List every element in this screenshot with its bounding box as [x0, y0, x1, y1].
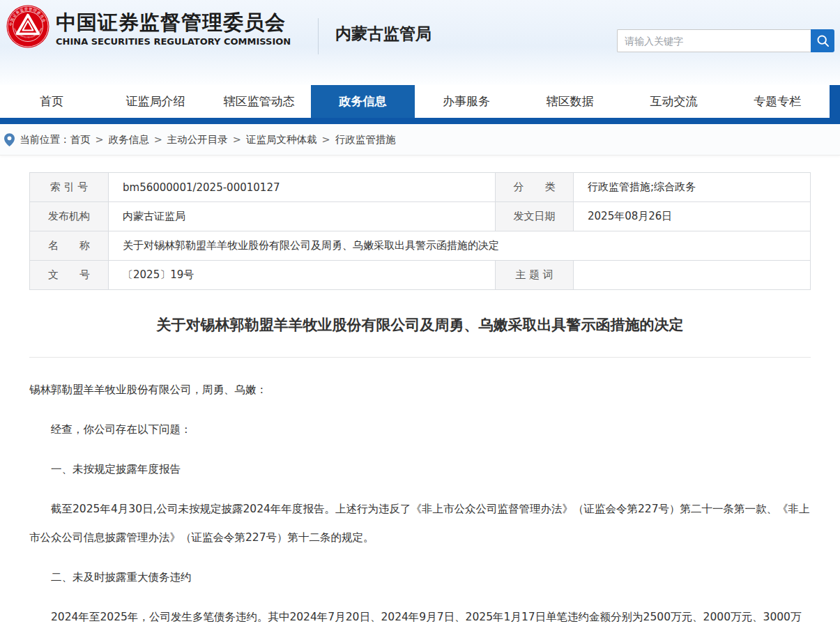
meta-label-docno: 文 号: [30, 261, 109, 290]
meta-label-name: 名 称: [30, 231, 109, 261]
article-paragraph: 一、未按规定披露年度报告: [29, 455, 811, 484]
meta-value-docno: 〔2025〕19号: [109, 261, 496, 290]
breadcrumb-separator: >: [233, 134, 241, 145]
breadcrumb-item-open-directory[interactable]: 主动公开目录: [167, 133, 228, 146]
meta-label-date: 发文日期: [496, 202, 574, 231]
title-divider: [29, 357, 811, 358]
location-pin-icon: [4, 133, 15, 146]
breadcrumb-item-doc-genre[interactable]: 证监局文种体裁: [246, 133, 317, 146]
article-paragraph: 2024年至2025年，公司发生多笔债务违约。其中2024年7月20日、2024…: [29, 603, 811, 632]
breadcrumb-item-admin-measures[interactable]: 行政监管措施: [335, 133, 396, 146]
meta-value-date: 2025年08月26日: [574, 202, 811, 231]
nav-item-home[interactable]: 首页: [0, 85, 104, 118]
search-icon: [816, 34, 830, 47]
main-nav: 首页 证监局介绍 辖区监管动态 政务信息 办事服务 辖区数据 互动交流 专题专栏: [0, 85, 840, 118]
table-row: 索 引 号 bm56000001/2025-00010127 分 类 行政监管措…: [30, 173, 811, 202]
main-content: 索 引 号 bm56000001/2025-00010127 分 类 行政监管措…: [0, 155, 840, 632]
nav-item-interaction[interactable]: 互动交流: [622, 85, 726, 118]
header-divider: [318, 18, 319, 54]
article-paragraph: 二、未及时披露重大债务违约: [29, 563, 811, 592]
meta-label-category: 分 类: [496, 173, 574, 202]
breadcrumb-separator: >: [321, 134, 330, 145]
meta-value-category: 行政监管措施;综合政务: [574, 173, 811, 202]
org-name-cn: 中国证券监督管理委员会: [56, 11, 291, 34]
meta-label-issuer: 发布机构: [30, 202, 109, 231]
nav-item-regional-regulation[interactable]: 辖区监管动态: [207, 85, 311, 118]
csrc-seal-icon: 中国证券监督管理委员会 CHINA SECURITIES REGULATORY …: [6, 4, 50, 49]
meta-value-index: bm56000001/2025-00010127: [109, 173, 496, 202]
org-title-block: 中国证券监督管理委员会 CHINA SECURITIES REGULATORY …: [56, 11, 291, 47]
csrc-seal-logo[interactable]: 中国证券监督管理委员会 CHINA SECURITIES REGULATORY …: [6, 4, 50, 49]
article-paragraph: 经查，你公司存在以下问题：: [29, 416, 811, 444]
nav-item-bureau-intro[interactable]: 证监局介绍: [104, 85, 208, 118]
breadcrumb: 当前位置： 首页 > 政务信息 > 主动公开目录 > 证监局文种体裁 > 行政监…: [0, 124, 840, 155]
search-button[interactable]: [811, 29, 834, 52]
site-search: [617, 29, 834, 52]
meta-value-issuer: 内蒙古证监局: [109, 202, 496, 231]
meta-label-index: 索 引 号: [30, 173, 109, 202]
nav-item-government-info[interactable]: 政务信息: [311, 85, 415, 118]
meta-value-name: 关于对锡林郭勒盟羊羊牧业股份有限公司及周勇、乌嫩采取出具警示函措施的决定: [109, 231, 811, 261]
nav-filler: [830, 85, 840, 118]
org-name-en: CHINA SECURITIES REGULATORY COMMISSION: [56, 36, 291, 47]
table-row: 发布机构 内蒙古证监局 发文日期 2025年08月26日: [30, 202, 811, 231]
breadcrumb-item-home[interactable]: 首页: [70, 133, 91, 146]
bureau-name: 内蒙古监管局: [335, 23, 432, 45]
table-row: 名 称 关于对锡林郭勒盟羊羊牧业股份有限公司及周勇、乌嫩采取出具警示函措施的决定: [30, 231, 811, 261]
meta-value-subject: [574, 261, 811, 290]
nav-underline-bar: [0, 118, 840, 124]
article-body: 锡林郭勒盟羊羊牧业股份有限公司，周勇、乌嫩： 经查，你公司存在以下问题： 一、未…: [29, 376, 811, 632]
nav-item-special-topics[interactable]: 专题专栏: [726, 85, 830, 118]
document-meta-table: 索 引 号 bm56000001/2025-00010127 分 类 行政监管措…: [29, 172, 811, 290]
search-input[interactable]: [617, 29, 811, 52]
page-title: 关于对锡林郭勒盟羊羊牧业股份有限公司及周勇、乌嫩采取出具警示函措施的决定: [29, 315, 811, 335]
breadcrumb-separator: >: [96, 134, 104, 145]
nav-item-regional-data[interactable]: 辖区数据: [518, 85, 622, 118]
article-paragraph: 锡林郭勒盟羊羊牧业股份有限公司，周勇、乌嫩：: [29, 376, 811, 404]
meta-label-subject: 主 题 词: [496, 261, 574, 290]
breadcrumb-prefix: 当前位置：: [20, 133, 70, 146]
breadcrumb-item-government-info[interactable]: 政务信息: [109, 133, 149, 146]
site-header: 中国证券监督管理委员会 CHINA SECURITIES REGULATORY …: [0, 0, 840, 85]
article-paragraph: 截至2025年4月30日,公司未按规定披露2024年年度报告。上述行为违反了《非…: [29, 495, 811, 552]
breadcrumb-separator: >: [154, 134, 162, 145]
table-row: 文 号 〔2025〕19号 主 题 词: [30, 261, 811, 290]
nav-item-services[interactable]: 办事服务: [415, 85, 519, 118]
